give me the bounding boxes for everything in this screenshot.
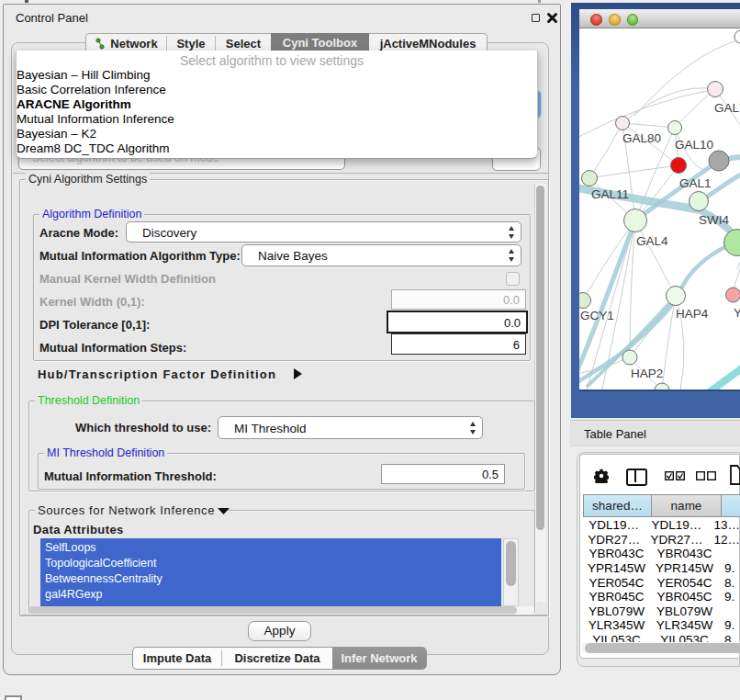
svg-text:GAL10: GAL10 (675, 138, 713, 152)
svg-text:GAL4: GAL4 (636, 234, 668, 248)
svg-text:YDR: YDR (734, 306, 740, 320)
svg-text:HAP2: HAP2 (631, 367, 663, 380)
svg-text:SWI4: SWI4 (699, 213, 729, 227)
svg-text:GAL80: GAL80 (622, 131, 661, 145)
svg-text:GCY1: GCY1 (580, 309, 614, 322)
svg-text:GAL11: GAL11 (591, 187, 629, 201)
svg-text:GAL7: GAL7 (714, 101, 740, 115)
svg-text:HAP4: HAP4 (676, 307, 709, 321)
svg-text:GAL1: GAL1 (679, 176, 712, 190)
